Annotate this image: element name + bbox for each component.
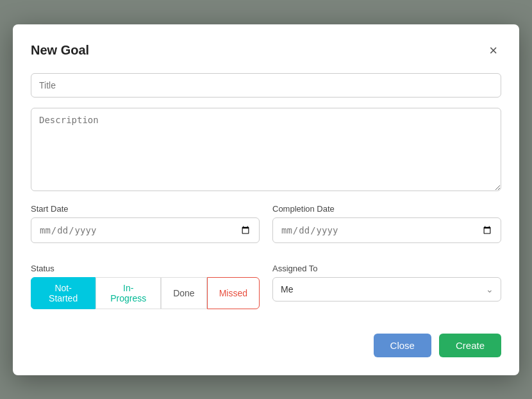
modal-header: New Goal × <box>31 42 501 59</box>
close-button[interactable]: Close <box>374 334 431 357</box>
modal-close-button[interactable]: × <box>485 42 501 59</box>
status-label: Status <box>31 264 260 273</box>
status-group: Status Not-Started In-Progress Done Miss… <box>31 264 260 309</box>
status-done-button[interactable]: Done <box>161 277 206 309</box>
start-date-input[interactable] <box>31 217 260 243</box>
completion-date-label: Completion Date <box>272 204 501 214</box>
assigned-select-wrapper: Me ⌄ <box>272 277 501 301</box>
description-input[interactable] <box>31 108 501 191</box>
assigned-to-group: Assigned To Me ⌄ <box>272 264 501 309</box>
status-assigned-row: Status Not-Started In-Progress Done Miss… <box>31 264 501 319</box>
date-row: Start Date Completion Date <box>31 204 501 253</box>
title-field-group <box>31 73 501 98</box>
new-goal-modal: New Goal × Start Date Completion Date St… <box>13 24 519 375</box>
assigned-to-label: Assigned To <box>272 264 501 273</box>
completion-date-input[interactable] <box>272 217 501 243</box>
start-date-label: Start Date <box>31 204 260 214</box>
modal-footer: Close Create <box>31 334 501 357</box>
status-missed-button[interactable]: Missed <box>207 277 260 309</box>
completion-date-group: Completion Date <box>272 204 501 243</box>
assigned-to-select[interactable]: Me <box>272 277 501 301</box>
description-field-group <box>31 108 501 194</box>
start-date-group: Start Date <box>31 204 260 243</box>
create-button[interactable]: Create <box>439 334 501 357</box>
status-button-group: Not-Started In-Progress Done Missed <box>31 277 260 309</box>
modal-title: New Goal <box>31 43 89 58</box>
title-input[interactable] <box>31 73 501 98</box>
status-not-started-button[interactable]: Not-Started <box>31 277 96 309</box>
status-in-progress-button[interactable]: In-Progress <box>96 277 161 309</box>
